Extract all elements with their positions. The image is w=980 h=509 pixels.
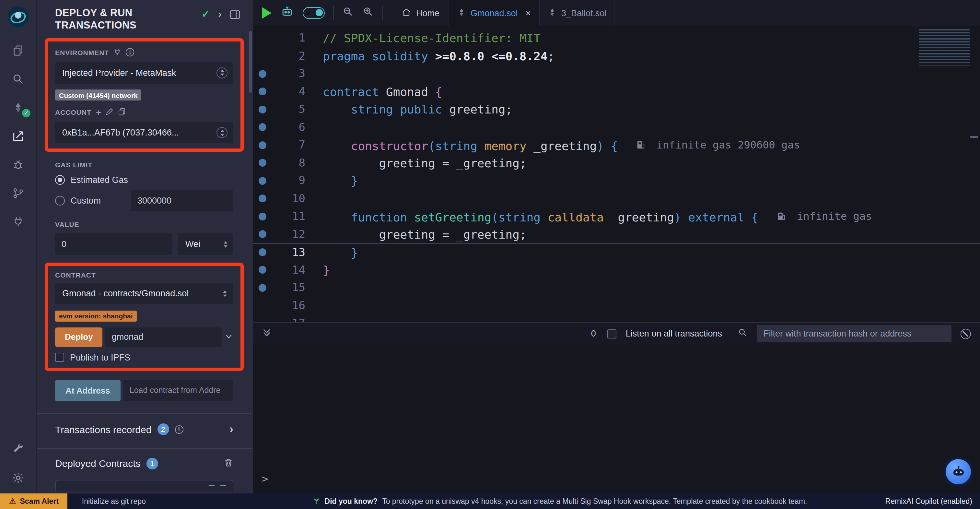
- code-line[interactable]: 10: [253, 190, 980, 207]
- file-explorer-icon[interactable]: [0, 36, 36, 65]
- code-line[interactable]: 5 string public greeting;: [253, 101, 980, 118]
- code-line[interactable]: 15: [253, 279, 980, 297]
- checkbox-icon[interactable]: [55, 353, 64, 362]
- copilot-toggle-icon[interactable]: [303, 7, 325, 19]
- code-editor[interactable]: 1// SPDX-License-Identifier: MIT2pragma …: [253, 26, 980, 322]
- account-select[interactable]: 0xB1a...AF67b (7037.30466...: [55, 122, 233, 144]
- close-icon[interactable]: [522, 8, 531, 18]
- radio-selected-icon[interactable]: [55, 176, 65, 185]
- estimated-gas-option[interactable]: Estimated Gas: [55, 176, 233, 185]
- git-init-button[interactable]: Initialize as git repo: [82, 497, 146, 505]
- panel-layout-icon[interactable]: [230, 10, 240, 19]
- gutter[interactable]: [253, 261, 272, 279]
- code-line[interactable]: 3: [253, 65, 980, 83]
- gutter[interactable]: [253, 118, 272, 136]
- listen-checkbox[interactable]: [608, 329, 617, 338]
- debugger-icon[interactable]: [0, 150, 36, 179]
- gutter[interactable]: [253, 314, 272, 322]
- gutter[interactable]: [253, 29, 272, 47]
- tools-icon[interactable]: [0, 434, 36, 462]
- gutter[interactable]: [253, 101, 272, 118]
- custom-gas-input[interactable]: [131, 190, 233, 212]
- copilot-status: RemixAI Copilot (enabled): [885, 497, 980, 505]
- code-line[interactable]: 12 greeting = _greeting;: [253, 225, 980, 243]
- chevron-right-icon[interactable]: [218, 8, 222, 21]
- code-line[interactable]: 7 constructor(string memory _greeting) {…: [253, 136, 980, 154]
- gutter[interactable]: [253, 47, 272, 65]
- plug-icon[interactable]: [113, 47, 121, 58]
- code-line[interactable]: 16: [253, 297, 980, 314]
- info-icon[interactable]: [175, 425, 183, 434]
- search-icon[interactable]: [738, 327, 748, 340]
- ban-icon[interactable]: [961, 329, 971, 339]
- panel-scrollbar[interactable]: [249, 31, 252, 93]
- at-address-input[interactable]: [123, 380, 233, 401]
- robot-icon[interactable]: [280, 5, 294, 21]
- plus-icon[interactable]: +: [96, 108, 101, 117]
- search-icon[interactable]: [0, 65, 36, 93]
- custom-gas-option[interactable]: Custom: [55, 190, 233, 212]
- gutter[interactable]: [253, 244, 272, 260]
- gutter[interactable]: [253, 65, 272, 83]
- publish-ipfs-option[interactable]: Publish to IPFS: [55, 353, 233, 362]
- deploy-run-icon[interactable]: [0, 122, 36, 150]
- gutter[interactable]: [253, 225, 272, 243]
- code-line[interactable]: 1// SPDX-License-Identifier: MIT: [253, 29, 980, 47]
- code-line[interactable]: 14}: [253, 261, 980, 279]
- remix-logo[interactable]: [5, 4, 31, 30]
- solidity-compiler-icon[interactable]: [0, 93, 36, 122]
- play-icon[interactable]: [262, 7, 272, 19]
- zoom-out-icon[interactable]: [342, 6, 354, 20]
- terminal-prompt[interactable]: >: [262, 473, 268, 485]
- value-input[interactable]: [55, 234, 172, 255]
- code-line[interactable]: 4contract Gmonad {: [253, 83, 980, 101]
- environment-select[interactable]: Injected Provider - MetaMask: [55, 62, 233, 84]
- tab-home[interactable]: Home: [392, 0, 449, 26]
- code-line[interactable]: 9 }: [253, 172, 980, 190]
- gutter[interactable]: [253, 136, 272, 154]
- gutter[interactable]: [253, 297, 272, 314]
- ai-assistant-button[interactable]: [943, 456, 974, 487]
- deployed-contract-card-partial[interactable]: [55, 480, 233, 491]
- scam-alert-button[interactable]: Scam Alert: [0, 493, 68, 509]
- gutter[interactable]: [253, 154, 272, 172]
- code-line[interactable]: 6: [253, 118, 980, 136]
- expand-terminal-icon[interactable]: [262, 327, 272, 340]
- gutter[interactable]: [253, 83, 272, 101]
- deployed-contracts-row[interactable]: Deployed Contracts 1: [55, 458, 233, 469]
- chevron-right-icon[interactable]: [229, 423, 233, 436]
- copy-icon[interactable]: [118, 107, 126, 118]
- plugin-manager-icon[interactable]: [0, 207, 36, 236]
- terminal-panel[interactable]: >: [253, 344, 980, 493]
- code-line[interactable]: 17: [253, 314, 980, 322]
- tab-ballot[interactable]: 3_Ballot.sol: [539, 0, 615, 26]
- value-unit-select[interactable]: Wei: [178, 234, 233, 255]
- scrollbar[interactable]: [970, 136, 978, 138]
- gutter[interactable]: [253, 172, 272, 190]
- zoom-in-icon[interactable]: [362, 6, 374, 20]
- settings-gear-icon[interactable]: [0, 462, 36, 493]
- line-number: 9: [272, 172, 305, 190]
- at-address-button[interactable]: At Address: [55, 380, 121, 401]
- trash-icon[interactable]: [224, 458, 233, 469]
- gutter[interactable]: [253, 279, 272, 297]
- minimap[interactable]: [919, 29, 970, 65]
- pencil-icon[interactable]: [106, 107, 113, 118]
- deploy-button[interactable]: Deploy: [55, 327, 103, 347]
- git-icon[interactable]: [0, 179, 36, 207]
- chevron-down-icon[interactable]: [224, 331, 233, 343]
- deploy-arg-input[interactable]: [105, 327, 222, 347]
- info-icon[interactable]: [126, 48, 134, 57]
- gutter[interactable]: [253, 190, 272, 207]
- code-line[interactable]: 8 greeting = _greeting;: [253, 154, 980, 172]
- tab-gmonad[interactable]: Gmonad.sol: [449, 0, 539, 26]
- code-line[interactable]: 11 function setGreeting(string calldata …: [253, 207, 980, 225]
- gutter[interactable]: [253, 207, 272, 225]
- transaction-filter-input[interactable]: [757, 325, 951, 342]
- code-token: [323, 211, 351, 224]
- radio-icon[interactable]: [55, 196, 65, 206]
- transactions-recorded-row[interactable]: Transactions recorded 2: [55, 423, 233, 436]
- contract-select[interactable]: Gmonad - contracts/Gmonad.sol: [55, 283, 233, 305]
- code-line[interactable]: 2pragma solidity >=0.8.0 <=0.8.24;: [253, 47, 980, 65]
- code-line[interactable]: 13 }: [253, 243, 980, 261]
